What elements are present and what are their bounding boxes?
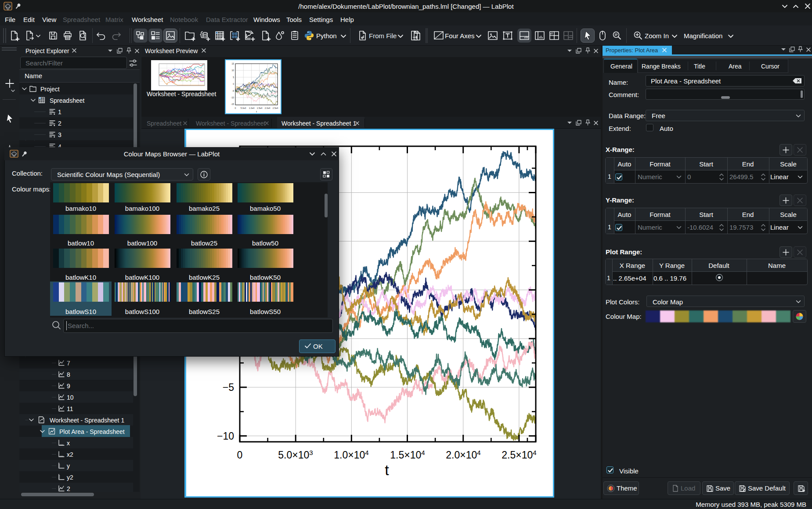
svg-text:15: 15	[231, 62, 234, 65]
svg-text:−10: −10	[217, 430, 234, 442]
svg-text:5.0×103: 5.0×103	[278, 449, 313, 461]
svg-text:1.0e4: 1.0e4	[249, 107, 255, 109]
svg-text:-10: -10	[231, 96, 234, 99]
svg-text:−5: −5	[223, 382, 234, 393]
svg-text:-5: -5	[232, 90, 235, 92]
svg-text:2.5×104: 2.5×104	[502, 449, 536, 461]
svg-text:1.5×104: 1.5×104	[390, 449, 425, 461]
svg-text:5: 5	[233, 76, 234, 79]
svg-text:-15: -15	[231, 103, 234, 105]
svg-text:0: 0	[235, 107, 236, 109]
svg-text:5.0e3: 5.0e3	[241, 107, 246, 109]
svg-text:t: t	[385, 462, 389, 478]
svg-text:2.0e4: 2.0e4	[265, 107, 271, 109]
svg-text:2.5e4: 2.5e4	[273, 107, 278, 109]
svg-text:0: 0	[233, 83, 234, 85]
svg-text:0: 0	[237, 449, 243, 461]
svg-text:10: 10	[231, 69, 234, 72]
svg-text:1.0×104: 1.0×104	[334, 449, 368, 461]
svg-text:1.5e4: 1.5e4	[257, 107, 263, 109]
svg-text:2.0×104: 2.0×104	[446, 449, 480, 461]
